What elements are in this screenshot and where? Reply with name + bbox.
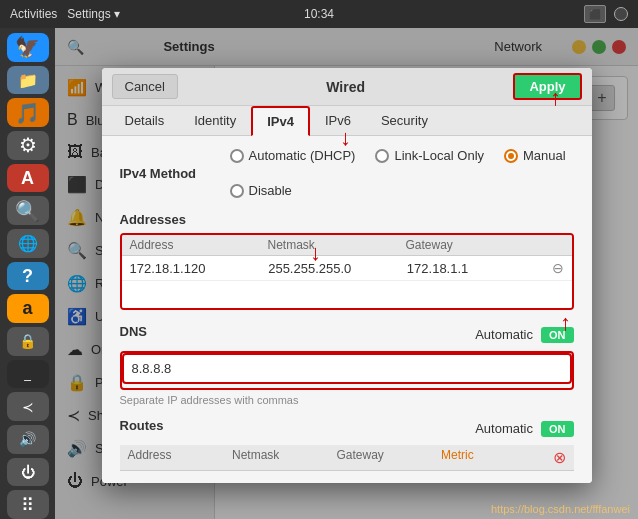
tab-ipv4[interactable]: IPv4: [251, 106, 310, 136]
routes-col-metric: Metric: [441, 448, 546, 467]
dns-input-container: 8.8.8.8: [120, 351, 574, 390]
method-link-local-label: Link-Local Only: [394, 148, 484, 163]
col-address: Address: [130, 238, 268, 252]
method-label: IPv4 Method: [120, 166, 230, 181]
dock-icon-region[interactable]: 🌐: [7, 229, 49, 258]
addr-1-netmask: 255.255.255.0: [268, 261, 407, 276]
col-netmask: Netmask: [268, 238, 406, 252]
dock-icon-music[interactable]: 🎵: [7, 98, 49, 127]
routes-col-netmask: Netmask: [232, 448, 337, 467]
dialog-overlay: Cancel Wired Apply Details Identity IPv4…: [55, 28, 638, 519]
ipv4-method-row: IPv4 Method Automatic (DHCP) Link-Local …: [120, 148, 574, 198]
dialog-content: IPv4 Method Automatic (DHCP) Link-Local …: [102, 136, 592, 483]
method-options: Automatic (DHCP) Link-Local Only Manual …: [230, 148, 574, 198]
dns-label: DNS: [120, 324, 147, 339]
addresses-label: Addresses: [120, 212, 574, 227]
dock-icon-privacy[interactable]: 🔒: [7, 327, 49, 356]
radio-manual: [504, 149, 518, 163]
addr-2-address[interactable]: [130, 287, 268, 302]
apply-button[interactable]: Apply: [513, 73, 581, 100]
dock-icon-sound[interactable]: 🔊: [7, 425, 49, 454]
tab-security[interactable]: Security: [366, 106, 443, 136]
addr-row-2[interactable]: [122, 281, 572, 308]
dock-icon-settings[interactable]: ⚙: [7, 131, 49, 160]
dock-icon-amazon[interactable]: a: [7, 294, 49, 323]
routes-toggle-button[interactable]: ON: [541, 421, 574, 437]
dock-icon-terminal[interactable]: _: [7, 360, 49, 389]
method-disable[interactable]: Disable: [230, 183, 292, 198]
addr-1-delete[interactable]: ⊖: [546, 260, 564, 276]
dock-icon-power[interactable]: ⏻: [7, 458, 49, 487]
addr-row-1: 172.18.1.120 255.255.255.0 172.18.1.1 ⊖: [122, 256, 572, 281]
top-bar: Activities Settings ▾ 10:34 ⬛: [0, 0, 638, 28]
top-bar-right: ⬛: [584, 5, 628, 23]
dns-header-row: DNS Automatic ON: [120, 324, 574, 345]
cancel-button[interactable]: Cancel: [112, 74, 178, 99]
routes-delete-icon[interactable]: ⊗: [546, 448, 566, 467]
dock: 🦅 📁 🎵 ⚙ A 🔍 🌐 ? a 🔒 _ ≺ 🔊 ⏻ ⠿: [0, 28, 55, 519]
method-auto-dhcp-label: Automatic (DHCP): [249, 148, 356, 163]
routes-auto-toggle-row: Automatic ON: [475, 421, 573, 437]
dns-auto-label: Automatic: [475, 327, 533, 342]
routes-header: Address Netmask Gateway Metric ⊗: [120, 445, 574, 471]
method-manual-label: Manual: [523, 148, 566, 163]
tab-ipv6[interactable]: IPv6: [310, 106, 366, 136]
dock-icon-share[interactable]: ≺: [7, 392, 49, 421]
wired-dialog: Cancel Wired Apply Details Identity IPv4…: [102, 68, 592, 483]
routes-auto-label: Automatic: [475, 421, 533, 436]
activities-label[interactable]: Activities: [10, 7, 57, 21]
method-manual[interactable]: Manual: [504, 148, 566, 163]
addr-1-address: 172.18.1.120: [130, 261, 269, 276]
dns-hint: Separate IP addresses with commas: [120, 394, 574, 406]
dialog-tabs: Details Identity IPv4 IPv6 Security: [102, 106, 592, 136]
dock-icon-thunderbird[interactable]: 🦅: [7, 33, 49, 62]
dock-icon-help[interactable]: ?: [7, 262, 49, 291]
routes-header-row: Routes Automatic ON: [120, 418, 574, 439]
method-link-local[interactable]: Link-Local Only: [375, 148, 484, 163]
routes-label: Routes: [120, 418, 164, 433]
tab-identity[interactable]: Identity: [179, 106, 251, 136]
dock-icon-apps[interactable]: ⠿: [7, 490, 49, 519]
top-bar-time: 10:34: [304, 7, 334, 21]
dock-icon-files[interactable]: 📁: [7, 66, 49, 95]
radio-disable: [230, 184, 244, 198]
addr-1-gateway: 172.18.1.1: [407, 261, 546, 276]
radio-link-local: [375, 149, 389, 163]
dialog-title: Wired: [178, 79, 513, 95]
col-gateway: Gateway: [406, 238, 544, 252]
tab-details[interactable]: Details: [110, 106, 180, 136]
screenshot-icon[interactable]: ⬛: [584, 5, 606, 23]
dns-auto-toggle-row: Automatic ON: [475, 327, 573, 343]
method-disable-label: Disable: [249, 183, 292, 198]
dns-input[interactable]: 8.8.8.8: [122, 353, 572, 384]
addr-2-gateway[interactable]: [406, 287, 544, 302]
dialog-header: Cancel Wired Apply: [102, 68, 592, 106]
radio-auto-dhcp: [230, 149, 244, 163]
addresses-table: Address Netmask Gateway 172.18.1.120 255…: [120, 233, 574, 310]
settings-menu[interactable]: Settings ▾: [67, 7, 120, 21]
top-bar-left: Activities Settings ▾: [10, 7, 120, 21]
dock-icon-search[interactable]: 🔍: [7, 196, 49, 225]
dns-toggle-button[interactable]: ON: [541, 327, 574, 343]
routes-col-address: Address: [128, 448, 233, 467]
window-control[interactable]: [614, 7, 628, 21]
addr-2-netmask[interactable]: [268, 287, 406, 302]
addr-header: Address Netmask Gateway: [122, 235, 572, 256]
dock-icon-software[interactable]: A: [7, 164, 49, 193]
method-auto-dhcp[interactable]: Automatic (DHCP): [230, 148, 356, 163]
routes-col-gateway: Gateway: [337, 448, 442, 467]
